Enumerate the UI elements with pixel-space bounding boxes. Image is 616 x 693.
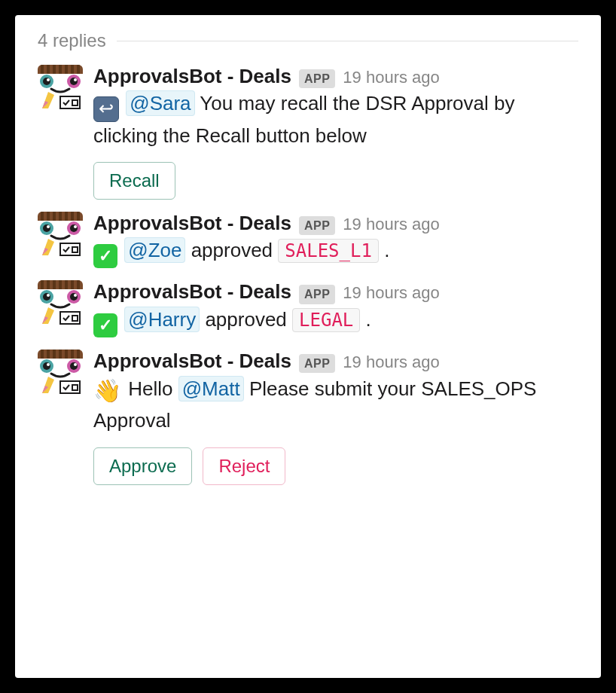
svg-point-32 <box>70 224 78 232</box>
svg-point-51 <box>70 293 78 301</box>
timestamp[interactable]: 19 hours ago <box>343 353 439 372</box>
text-span: . <box>379 239 389 261</box>
text-span: Hello <box>128 377 178 400</box>
wave-icon: 👋 <box>93 374 121 408</box>
mention[interactable]: @Sara <box>126 90 194 116</box>
svg-point-67 <box>43 362 50 370</box>
message-text: ↩ @Sara You may recall the DSR Approval … <box>93 90 578 150</box>
svg-point-71 <box>74 363 77 366</box>
timestamp[interactable]: 19 hours ago <box>343 68 439 87</box>
svg-point-29 <box>43 224 50 232</box>
text-span: approved <box>200 308 292 331</box>
svg-rect-61 <box>59 350 62 359</box>
svg-rect-44 <box>71 280 74 289</box>
svg-rect-26 <box>77 212 80 221</box>
svg-rect-41 <box>53 280 56 289</box>
sender-name[interactable]: ApprovalsBot - Deals <box>93 212 291 235</box>
message-body: ApprovalsBot - DealsAPP19 hours ago👋 Hel… <box>93 350 578 485</box>
message: ApprovalsBot - DealsAPP19 hours ago✓ @Zo… <box>38 212 578 268</box>
svg-rect-7 <box>77 65 80 74</box>
message-header: ApprovalsBot - DealsAPP19 hours ago <box>93 212 578 235</box>
svg-rect-24 <box>65 212 68 221</box>
message: ApprovalsBot - DealsAPP19 hours ago✓ @Ha… <box>38 280 578 337</box>
message-header: ApprovalsBot - DealsAPP19 hours ago <box>93 65 578 88</box>
app-badge: APP <box>299 216 335 235</box>
button-row: Recall <box>93 162 578 200</box>
svg-point-13 <box>70 78 78 85</box>
svg-rect-4 <box>59 65 62 74</box>
avatar[interactable] <box>38 65 83 110</box>
svg-point-10 <box>43 78 50 85</box>
text-span: . <box>360 308 371 331</box>
button-row: ApproveReject <box>93 447 578 485</box>
timestamp[interactable]: 19 hours ago <box>343 283 439 303</box>
svg-point-14 <box>74 78 77 81</box>
code-tag: LEGAL <box>292 308 360 332</box>
message-text: ✓ @Harry approved LEGAL . <box>93 306 578 337</box>
svg-rect-6 <box>71 65 74 74</box>
message-text: ✓ @Zoe approved SALES_L1 . <box>93 237 578 268</box>
thread-panel: 4 replies ApprovalsBot - DealsAPP19 hour… <box>15 15 601 678</box>
approve-button[interactable]: Approve <box>93 447 192 485</box>
reply-count: 4 replies <box>38 30 106 51</box>
message-list: ApprovalsBot - DealsAPP19 hours ago↩ @Sa… <box>38 65 578 485</box>
svg-point-33 <box>74 225 77 228</box>
svg-rect-25 <box>71 212 74 221</box>
svg-rect-58 <box>41 350 44 359</box>
svg-rect-3 <box>53 65 56 74</box>
svg-rect-59 <box>47 350 50 359</box>
timestamp[interactable]: 19 hours ago <box>343 215 439 234</box>
svg-point-48 <box>43 293 50 301</box>
svg-rect-21 <box>47 212 50 221</box>
app-badge: APP <box>299 285 335 304</box>
svg-rect-45 <box>77 280 80 289</box>
leftwards-arrow-icon: ↩ <box>93 96 119 122</box>
svg-rect-2 <box>47 65 50 74</box>
avatar[interactable] <box>38 212 83 257</box>
mention[interactable]: @Zoe <box>124 237 185 263</box>
checkmark-icon: ✓ <box>93 244 117 268</box>
svg-point-68 <box>47 363 50 366</box>
mention[interactable]: @Matt <box>178 376 244 401</box>
svg-point-11 <box>47 78 50 81</box>
app-badge: APP <box>299 354 335 373</box>
message-body: ApprovalsBot - DealsAPP19 hours ago✓ @Zo… <box>93 212 578 268</box>
svg-rect-40 <box>47 280 50 289</box>
avatar[interactable] <box>38 280 83 325</box>
svg-rect-60 <box>53 350 56 359</box>
message: ApprovalsBot - DealsAPP19 hours ago↩ @Sa… <box>38 65 578 200</box>
svg-rect-23 <box>59 212 62 221</box>
svg-point-49 <box>47 294 50 297</box>
svg-rect-42 <box>59 280 62 289</box>
svg-rect-5 <box>65 65 68 74</box>
message: ApprovalsBot - DealsAPP19 hours ago👋 Hel… <box>38 350 578 485</box>
svg-rect-39 <box>41 280 44 289</box>
avatar[interactable] <box>38 350 83 395</box>
message-text: 👋 Hello @Matt Please submit your SALES_O… <box>93 374 578 435</box>
code-tag: SALES_L1 <box>278 239 379 263</box>
checkmark-icon: ✓ <box>93 313 117 337</box>
message-header: ApprovalsBot - DealsAPP19 hours ago <box>93 280 578 304</box>
svg-rect-43 <box>65 280 68 289</box>
message-body: ApprovalsBot - DealsAPP19 hours ago↩ @Sa… <box>93 65 578 200</box>
sender-name[interactable]: ApprovalsBot - Deals <box>93 280 291 304</box>
svg-point-30 <box>47 225 50 228</box>
svg-rect-62 <box>65 350 68 359</box>
svg-rect-22 <box>53 212 56 221</box>
message-header: ApprovalsBot - DealsAPP19 hours ago <box>93 350 578 373</box>
svg-point-70 <box>70 362 78 370</box>
app-badge: APP <box>299 69 335 88</box>
svg-rect-63 <box>71 350 74 359</box>
svg-point-52 <box>74 294 77 297</box>
divider <box>117 41 578 41</box>
recall-button[interactable]: Recall <box>93 162 175 200</box>
message-body: ApprovalsBot - DealsAPP19 hours ago✓ @Ha… <box>93 280 578 337</box>
text-span: approved <box>185 239 278 261</box>
sender-name[interactable]: ApprovalsBot - Deals <box>93 65 291 88</box>
thread-header: 4 replies <box>38 30 578 51</box>
sender-name[interactable]: ApprovalsBot - Deals <box>93 350 291 373</box>
reject-button[interactable]: Reject <box>203 447 285 485</box>
svg-rect-1 <box>41 65 44 74</box>
svg-rect-64 <box>77 350 80 359</box>
mention[interactable]: @Harry <box>124 307 200 332</box>
